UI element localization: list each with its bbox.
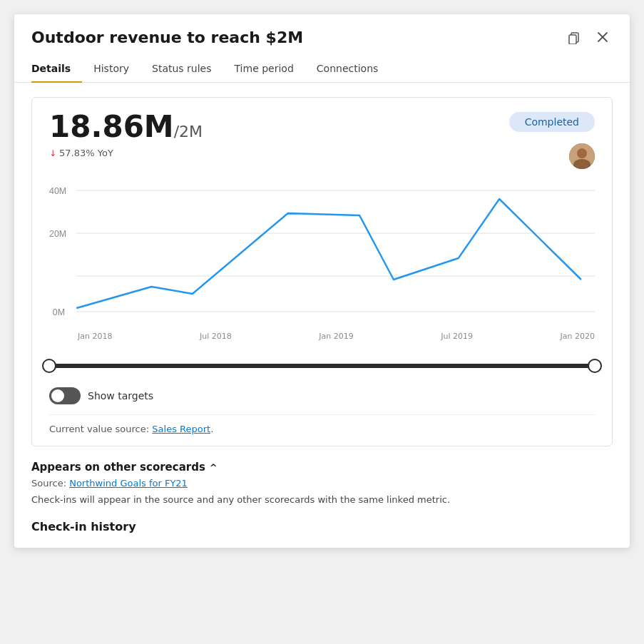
chart-x-labels: Jan 2018 Jul 2018 Jan 2019 Jul 2019 Jan … (49, 332, 595, 341)
scorecards-source-link[interactable]: Northwind Goals for FY21 (69, 478, 188, 489)
toggle-label: Show targets (88, 390, 153, 402)
tab-details[interactable]: Details (31, 56, 82, 83)
toggle-knob (51, 389, 64, 402)
metric-yoy: ↓ 57.83% YoY (49, 148, 203, 158)
tab-time-period[interactable]: Time period (223, 56, 305, 83)
scorecards-heading: Appears on other scorecards ^ (31, 461, 613, 474)
metric-top-row: 18.86M/2M ↓ 57.83% YoY Completed (49, 112, 595, 169)
scorecards-source: Source: Northwind Goals for FY21 (31, 478, 613, 489)
metric-value-block: 18.86M/2M ↓ 57.83% YoY (49, 112, 203, 158)
metric-right: Completed (509, 112, 595, 169)
svg-rect-1 (569, 35, 576, 44)
yoy-text: 57.83% YoY (59, 148, 113, 158)
metric-main-value: 18.86M (49, 109, 174, 144)
panel-header: Outdoor revenue to reach $2M (14, 14, 630, 47)
tab-history[interactable]: History (82, 56, 140, 83)
main-panel: Outdoor revenue to reach $2M Details His… (14, 14, 630, 548)
x-label-jan2018: Jan 2018 (78, 332, 112, 341)
tab-connections[interactable]: Connections (305, 56, 390, 83)
close-button[interactable] (593, 27, 613, 47)
avatar-svg (569, 143, 595, 169)
toggle-row: Show targets (49, 387, 595, 404)
source-line: Current value source: Sales Report. (49, 414, 595, 434)
source-suffix: . (210, 424, 213, 434)
scorecards-caret[interactable]: ^ (210, 462, 218, 473)
scorecards-section: Appears on other scorecards ^ Source: No… (31, 461, 613, 507)
range-thumb-right[interactable] (588, 359, 602, 373)
avatar (569, 143, 595, 169)
svg-text:0M: 0M (53, 307, 65, 317)
x-label-jul2018: Jul 2018 (200, 332, 232, 341)
panel-title: Outdoor revenue to reach $2M (31, 29, 303, 46)
copy-icon (567, 30, 581, 44)
tab-status-rules[interactable]: Status rules (140, 56, 223, 83)
svg-text:20M: 20M (49, 228, 66, 239)
scorecards-description: Check-ins will appear in the source and … (31, 493, 613, 507)
metric-card: 18.86M/2M ↓ 57.83% YoY Completed (31, 97, 613, 446)
yoy-arrow: ↓ (49, 148, 56, 158)
checkin-heading: Check-in history (31, 520, 613, 533)
range-thumb-left[interactable] (42, 359, 56, 373)
status-badge: Completed (509, 112, 595, 132)
close-icon (597, 31, 608, 43)
avatar-image (569, 143, 595, 169)
svg-point-5 (577, 148, 587, 158)
x-label-jul2019: Jul 2019 (441, 332, 473, 341)
x-label-jan2020: Jan 2020 (561, 332, 595, 341)
metric-value-display: 18.86M/2M (49, 112, 203, 142)
source-link[interactable]: Sales Report (152, 424, 210, 434)
panel-body: 18.86M/2M ↓ 57.83% YoY Completed (14, 83, 630, 548)
source-prefix: Current value source: (49, 424, 152, 434)
tab-bar: Details History Status rules Time period… (14, 56, 630, 83)
copy-icon-button[interactable] (564, 27, 584, 47)
metric-target: /2M (174, 123, 203, 140)
scorecards-source-prefix: Source: (31, 478, 69, 489)
header-icons (564, 27, 613, 47)
svg-text:40M: 40M (49, 185, 66, 196)
checkin-section: Check-in history (31, 520, 613, 533)
scorecards-heading-text: Appears on other scorecards (31, 461, 205, 474)
show-targets-toggle[interactable] (49, 387, 81, 404)
metric-chart: 40M 20M 0M (49, 183, 595, 326)
x-label-jan2019: Jan 2019 (319, 332, 353, 341)
range-track (49, 364, 595, 368)
range-slider[interactable] (49, 357, 595, 374)
chart-container: 40M 20M 0M Jan 2018 Jul 2018 Jan 2019 Ju… (49, 183, 595, 347)
